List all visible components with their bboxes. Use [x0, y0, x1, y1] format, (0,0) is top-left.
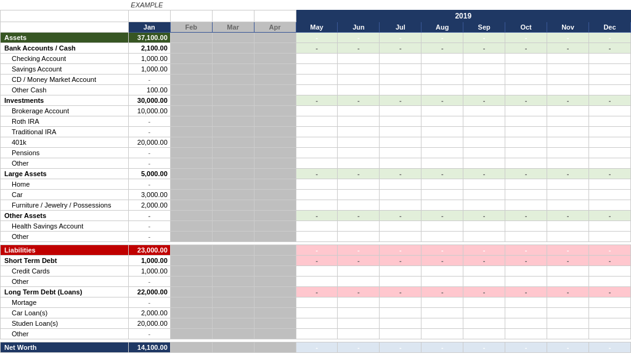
jan-value: 2,000.00 — [128, 308, 170, 318]
col-nov: Nov — [547, 22, 589, 33]
month-dash: - — [338, 43, 380, 54]
table-row: Furniture / Jewelry / Possessions2,000.0… — [1, 200, 631, 211]
jan-value: - — [128, 158, 170, 169]
month-dash: - — [547, 211, 589, 221]
jan-value: - — [128, 179, 170, 190]
month-dash: - — [296, 245, 338, 256]
table-row: Liabilities23,000.00-------- — [1, 245, 631, 256]
month-dash: - — [380, 33, 421, 43]
table-row: Checking Account1,000.00 — [1, 54, 631, 64]
col-feb: Feb — [170, 22, 212, 33]
table-row: Savings Account1,000.00 — [1, 64, 631, 75]
month-dash: - — [421, 95, 463, 106]
month-dash: - — [588, 33, 630, 43]
month-dash: - — [338, 211, 380, 221]
jan-value: 20,000.00 — [128, 137, 170, 148]
month-dash: - — [338, 169, 380, 179]
month-dash: - — [547, 33, 589, 43]
row-label: Health Savings Account — [1, 221, 129, 232]
table-row: Investments30,000.00-------- — [1, 95, 631, 106]
col-jul: Jul — [380, 22, 421, 33]
row-label: Furniture / Jewelry / Possessions — [1, 200, 129, 211]
jan-value: 2,100.00 — [128, 43, 170, 54]
jan-value: - — [128, 297, 170, 308]
jan-value: 1,000.00 — [128, 266, 170, 277]
row-label: Other — [1, 329, 129, 339]
month-dash: - — [463, 95, 505, 106]
month-dash: - — [296, 169, 338, 179]
table-row: Bank Accounts / Cash2,100.00-------- — [1, 43, 631, 54]
month-dash: - — [421, 169, 463, 179]
month-dash: - — [463, 33, 505, 43]
col-sep: Sep — [463, 22, 505, 33]
month-dash: - — [296, 95, 338, 106]
col-may: May — [296, 22, 338, 33]
month-dash: - — [338, 287, 380, 297]
table-row: Health Savings Account- — [1, 221, 631, 232]
month-dash: - — [296, 33, 338, 43]
month-dash: - — [421, 342, 463, 353]
row-label: Short Term Debt — [1, 256, 129, 266]
month-dash: - — [547, 342, 589, 353]
row-label: Large Assets — [1, 169, 129, 179]
jan-value: - — [128, 277, 170, 287]
table-row: Mortage- — [1, 297, 631, 308]
month-dash: - — [588, 169, 630, 179]
month-dash: - — [463, 342, 505, 353]
col-jun: Jun — [338, 22, 380, 33]
month-dash: - — [463, 169, 505, 179]
month-dash: - — [463, 43, 505, 54]
empty-label — [1, 0, 129, 10]
month-dash: - — [296, 256, 338, 266]
months-row: Jan Feb Mar Apr May Jun Jul Aug Sep Oct … — [1, 22, 631, 33]
month-dash: - — [463, 211, 505, 221]
month-dash: - — [338, 256, 380, 266]
month-dash: - — [505, 211, 547, 221]
month-dash: - — [380, 169, 421, 179]
month-dash: - — [380, 43, 421, 54]
month-dash: - — [338, 33, 380, 43]
month-dash: - — [505, 169, 547, 179]
jan-value: 20,000.00 — [128, 318, 170, 329]
month-dash: - — [296, 342, 338, 353]
row-label: Pensions — [1, 148, 129, 158]
table-row: Credit Cards1,000.00 — [1, 266, 631, 277]
spreadsheet: EXAMPLE 2019 — [0, 0, 631, 353]
table-row: Other- — [1, 158, 631, 169]
jan-value: 3,000.00 — [128, 190, 170, 200]
month-dash: - — [296, 287, 338, 297]
row-label: Roth IRA — [1, 116, 129, 127]
month-dash: - — [505, 33, 547, 43]
table-row: Other Assets--------- — [1, 211, 631, 221]
row-label: 401k — [1, 137, 129, 148]
jan-value: 1,000.00 — [128, 64, 170, 75]
month-dash: - — [421, 256, 463, 266]
table-row: Brokerage Account10,000.00 — [1, 106, 631, 116]
row-label: Assets — [1, 33, 129, 43]
table-row: Other- — [1, 329, 631, 339]
table-row: Net Worth14,100.00-------- — [1, 342, 631, 353]
table-row: Large Assets5,000.00-------- — [1, 169, 631, 179]
jan-value: - — [128, 211, 170, 221]
row-label: Checking Account — [1, 54, 129, 64]
month-dash: - — [588, 43, 630, 54]
month-dash: - — [505, 342, 547, 353]
jan-value: 10,000.00 — [128, 106, 170, 116]
row-label: Other — [1, 232, 129, 242]
month-dash: - — [588, 287, 630, 297]
table-row: Traditional IRA- — [1, 127, 631, 137]
month-dash: - — [338, 245, 380, 256]
row-label: Studen Loan(s) — [1, 318, 129, 329]
table-row: Car Loan(s)2,000.00 — [1, 308, 631, 318]
row-label: Other — [1, 277, 129, 287]
col-mar: Mar — [212, 22, 254, 33]
jan-value: - — [128, 329, 170, 339]
row-label: Net Worth — [1, 342, 129, 353]
col-dec: Dec — [588, 22, 630, 33]
month-dash: - — [547, 287, 589, 297]
jan-value: - — [128, 148, 170, 158]
jan-value: 14,100.00 — [128, 342, 170, 353]
month-dash: - — [296, 43, 338, 54]
month-dash: - — [463, 256, 505, 266]
row-label: Car Loan(s) — [1, 308, 129, 318]
